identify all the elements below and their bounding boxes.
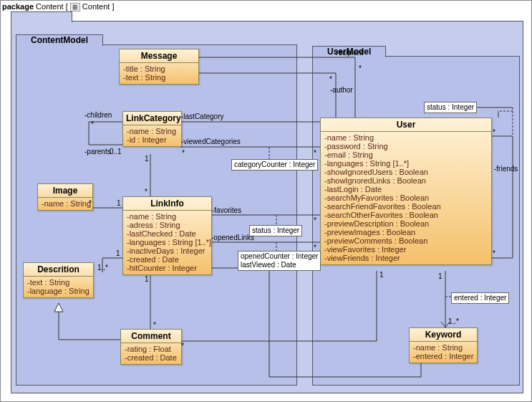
mult: 1 [145, 155, 149, 163]
mult: * [329, 75, 332, 83]
class-user: User -name : String -password : String -… [320, 118, 492, 265]
mult: 1..* [448, 317, 459, 325]
label-favorites: -favorites [212, 206, 241, 214]
mult: * [181, 342, 184, 350]
mult: 0..1 [110, 148, 122, 155]
mult: * [493, 128, 495, 136]
mult: * [145, 188, 147, 196]
class-linkcategory: LinkCategory -name : String -id : Intege… [122, 111, 182, 147]
label-parents: -parents [84, 148, 111, 155]
mult: * [493, 249, 495, 257]
mult: 1 [438, 272, 442, 280]
label-friends: -friends [494, 165, 518, 173]
assoc-status-fav: status : Integer [249, 225, 302, 236]
label-lastcategory: -lastCategory [181, 113, 223, 120]
class-comment: Comment -rating : Float -created : Date [120, 329, 182, 365]
outer-package: ContentModel UserModel [11, 21, 523, 393]
mult: 1 [116, 249, 120, 257]
class-image: Image -name : String [37, 183, 93, 211]
outer-package-tab [11, 11, 72, 22]
mult: * [91, 120, 94, 128]
label-openedlinks: -openedLinks [211, 234, 254, 241]
package-header: package Content [ ⊞ Content ] [2, 2, 115, 11]
mult: * [89, 199, 92, 207]
label-author: -author [330, 86, 353, 94]
mult: 1..* [97, 264, 108, 272]
mult: 1 [117, 199, 121, 207]
mult: * [314, 149, 316, 157]
assoc-entered: entered : Integer [451, 292, 509, 304]
label-children: -children [84, 111, 112, 119]
mult: 1 [145, 275, 149, 283]
class-description: Descrition -text : String -language : St… [23, 262, 94, 298]
mult: * [314, 244, 316, 252]
mult: * [182, 149, 185, 157]
package-icon: ⊞ [70, 3, 80, 11]
uml-diagram: package Content [ ⊞ Content ] ContentMod… [0, 0, 532, 402]
label-viewedcategories: -viewedCategories [181, 138, 241, 145]
mult: * [314, 216, 316, 224]
label-recipient: -recipient [334, 49, 363, 57]
assoc-categorycounter: categoryCounter : Integer [231, 159, 318, 171]
class-keyword: Keyword -name : String -entered : Intege… [409, 327, 478, 363]
mult: 1 [379, 271, 384, 279]
package-contentmodel-title: ContentModel [16, 34, 103, 46]
mult: * [153, 321, 156, 329]
class-linkinfo: LinkInfo -name : String -adress : String… [122, 196, 212, 275]
mult: * [359, 64, 362, 72]
assoc-status-friends: status : Integer [424, 102, 477, 113]
class-message: Message -title : String -text : String [119, 49, 199, 85]
assoc-openedlinks: openedCounter : Integer lastViewed : Dat… [238, 251, 321, 271]
